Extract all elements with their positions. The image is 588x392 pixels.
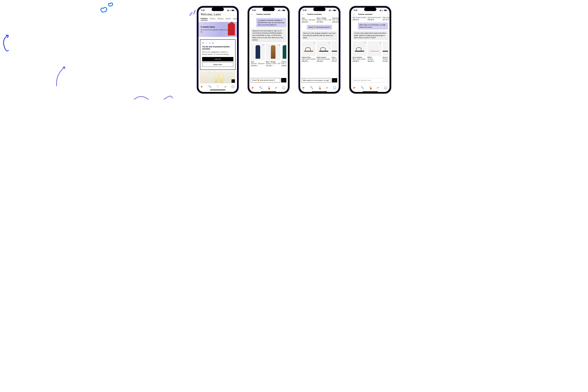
back-button[interactable]: ← [352, 13, 355, 16]
ai-banner[interactable]: A smarter future Your personal assistant… [198, 22, 237, 37]
product-meta[interactable]: JarloDeborah - Ball gown234,95 € [302, 17, 316, 23]
nav-search-icon[interactable]: 🔍 [259, 86, 262, 89]
nav-account-icon[interactable]: ◯ [282, 86, 285, 89]
product-meta[interactable]: High heeled sandal245,00 € [367, 17, 382, 20]
back-button[interactable]: ← [251, 13, 253, 16]
product-card[interactable]: FainaHigh heele167,97 € [332, 41, 337, 62]
product-meta[interactable]: ChanceryPeta - Ball104,95 € [332, 17, 339, 23]
tab-fashion[interactable]: Fashion [201, 18, 208, 21]
chat-input[interactable]: After-party is on the beach, so hig [302, 78, 331, 82]
product-card[interactable]: ♥Billi BiSandals184,95 € [367, 41, 382, 62]
banner-title: A smarter future [201, 26, 228, 28]
heart-icon-filled[interactable]: ♥ [279, 44, 280, 46]
product-card[interactable]: ♥ Beck + Bridge Kehlani V dress - Ball 2… [266, 44, 281, 66]
tab-beauty[interactable]: Beauty [218, 18, 223, 21]
heart-icon[interactable]: ♡ [263, 44, 264, 46]
header-title: Fashion assistant [306, 13, 321, 15]
assistant-message: I found a few stylish block-heels that w… [352, 31, 388, 40]
bottom-nav: ▶ 🔍 ♡ ▱ ◯ [198, 83, 237, 89]
product-meta[interactable]: High heele167,97 € [382, 17, 390, 20]
svg-line-0 [190, 12, 192, 15]
heart-icon-filled[interactable]: ♥ [380, 42, 381, 44]
user-message: I'm going to a friend's wedding in Santo… [256, 18, 286, 27]
assistant-popup: ⟳♡∿✦ Try the new AI-powered fashion assi… [200, 40, 236, 70]
product-banner-image[interactable]: ⛶ [200, 71, 236, 83]
sparkle-icon: ✦ [212, 42, 214, 44]
nav-home-icon[interactable]: ▶ [252, 86, 254, 89]
tab-designer[interactable]: Designer [233, 18, 237, 21]
product-carousel[interactable]: ♡Patrizia PepeHigh heeled sandals269,95 … [302, 41, 337, 62]
category-tabs: Fashion Stories Beauty Sports Designer [198, 18, 237, 22]
nav-bag-icon[interactable]: ▱ [275, 86, 277, 89]
popup-title: Try the new AI-powered fashion assistant [202, 46, 233, 50]
heart-icon[interactable]: ♡ [364, 42, 366, 44]
send-button[interactable]: ↑ [332, 78, 337, 82]
nav-account-icon[interactable]: ◯ [384, 86, 387, 89]
nav-bag-icon[interactable]: ▱ [377, 86, 379, 89]
product-meta[interactable]: High heeled sandals269,95 € [352, 17, 367, 20]
phone-1: 9:41 ▲ Welcome, Laura Fashion Stories Be… [197, 6, 239, 94]
tab-stories[interactable]: Stories [210, 18, 216, 21]
popup-body: Ask me for suggestions, fashion or beaut… [202, 51, 233, 56]
product-card[interactable]: Chancery Peta - Ball 104,95 € [282, 44, 286, 66]
nav-home-icon[interactable]: ▶ [201, 85, 203, 88]
status-time: 9:42 [303, 9, 306, 11]
product-card[interactable]: ♡Patrizia PepeHigh heeled sandals269,95 … [302, 41, 316, 62]
product-card[interactable]: ♡Steve MaddenBlack stripe sandal250,00 € [352, 41, 367, 62]
banner-subtitle: Your personal assistant, powered by AI. [201, 29, 228, 33]
product-carousel[interactable]: ♡Steve MaddenBlack stripe sandal250,00 €… [352, 41, 388, 62]
nav-wishlist-icon[interactable]: ♡ [217, 85, 219, 88]
back-button[interactable]: ← [302, 13, 304, 16]
banner-model-image [228, 24, 235, 36]
doodle-arrow-mid [55, 66, 67, 87]
nav-account-icon[interactable]: ◯ [232, 85, 235, 88]
previous-products-row: JarloDeborah - Ball gown234,95 € Beck + … [300, 17, 339, 23]
send-button[interactable]: ↑ [281, 78, 286, 82]
lets-try-button[interactable]: Let's try! [202, 57, 233, 61]
nav-wishlist-icon[interactable]: ♡1 [318, 85, 321, 90]
status-time: 9:42 [252, 9, 256, 11]
nav-home-icon[interactable]: ▶ [353, 86, 355, 89]
wave-icon: ∿ [209, 42, 211, 44]
nav-home-icon[interactable]: ▶ [303, 86, 305, 89]
phone-3: 9:42▲ ←Fashion assistant JarloDeborah - … [298, 6, 340, 94]
wifi-icon: ▲ [229, 10, 231, 11]
chat-input[interactable]: Ask your question here [352, 78, 388, 82]
product-meta[interactable]: Beck + BridgeKehlani V dress - Ball207,9… [317, 17, 331, 23]
heart-icon[interactable]: ♡ [313, 42, 315, 44]
welcome-title: Welcome, Laura [198, 12, 237, 18]
status-time: 9:41 [201, 9, 205, 11]
nav-wishlist-icon[interactable]: ♡2 [369, 85, 371, 90]
heart-icon[interactable]: ♡ [328, 42, 330, 44]
assistant-message: Here are a few strappy sandals in your s… [302, 31, 337, 40]
crop-icon[interactable]: ⛶ [232, 80, 235, 83]
nav-bag-icon[interactable]: ▱ [224, 85, 226, 88]
tab-sports[interactable]: Sports [226, 18, 231, 21]
product-card[interactable]: Stuart ZimSandals213,00 € [382, 41, 388, 62]
user-message: Great! 😍 what about shoes? [307, 25, 332, 30]
nav-wishlist-icon[interactable]: ♡1 [268, 85, 270, 90]
repeat-icon: ⟳ [202, 42, 204, 44]
assistant-message: Santorini is hot and windy in July, so I… [251, 28, 286, 42]
product-card[interactable]: ♡ Jarlo Deborah - Ball gown 234,95 € [251, 44, 265, 66]
nav-account-icon[interactable]: ◯ [333, 86, 336, 89]
doodle-arrow-left [0, 34, 11, 54]
user-message: After-party is on the beach, so high hee… [358, 22, 388, 30]
product-carousel[interactable]: ♡ Jarlo Deborah - Ball gown 234,95 € ♥ B… [251, 44, 286, 66]
previous-products-row: High heeled sandals269,95 € High heeled … [351, 17, 390, 21]
maybe-later-button[interactable]: Maybe later [202, 62, 233, 67]
chat-input[interactable]: Great! 😍 what about shoes? [251, 78, 280, 82]
home-indicator [210, 90, 225, 90]
nav-search-icon[interactable]: 🔍 [208, 85, 212, 88]
nav-bag-icon[interactable]: ▱ [326, 86, 328, 89]
signal-icon [227, 10, 229, 11]
phone-4: 9:43▲ ←Fashion assistant High heeled san… [349, 6, 391, 94]
svg-line-1 [194, 10, 195, 14]
nav-search-icon[interactable]: 🔍 [361, 86, 364, 89]
doodle-hearts [98, 2, 116, 18]
phone-2: 9:42 ▲ ← Fashion assistant I'm going to … [248, 6, 290, 94]
nav-search-icon[interactable]: 🔍 [310, 86, 313, 89]
doodle-squiggle [133, 95, 173, 100]
product-card[interactable]: ♡Studio AmeliaHigh heeled sandal245,00 € [317, 41, 331, 62]
bulb-icon: ♡ [205, 42, 208, 44]
